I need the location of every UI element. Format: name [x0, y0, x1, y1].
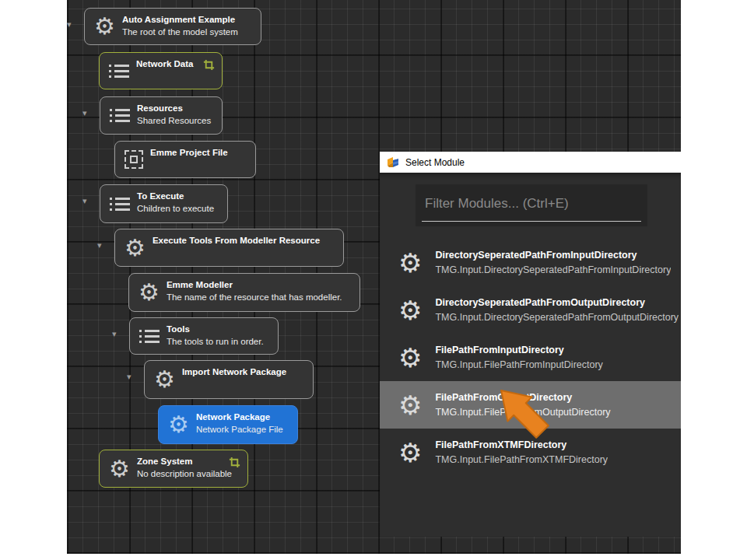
- node-network-data[interactable]: Network Data: [99, 52, 223, 89]
- module-namespace: TMG.Input.DirectorySeperatedPathFromInpu…: [435, 263, 671, 277]
- node-title: Network Package: [196, 411, 283, 423]
- list-icon: [139, 330, 160, 343]
- node-title: Tools: [167, 324, 264, 335]
- node-emme-project-file[interactable]: Emme Project File: [114, 141, 256, 178]
- dialog-body: ⚙DirectorySeperatedPathFromInputDirector…: [380, 173, 681, 537]
- node-to-execute[interactable]: To ExecuteChildren to execute: [100, 184, 228, 223]
- node-subtitle: The name of the resource that has modell…: [167, 291, 342, 304]
- gear-icon: ⚙: [398, 250, 422, 276]
- crop-icon: [228, 456, 241, 469]
- module-name: DirectorySeperatedPathFromInputDirectory: [435, 248, 671, 263]
- module-namespace: TMG.Input.DirectorySeperatedPathFromOutp…: [435, 310, 679, 324]
- gear-icon: ⚙: [398, 297, 422, 324]
- select-module-dialog: Select Module ⚙DirectorySeperatedPathFro…: [380, 152, 681, 537]
- gear-icon: ⚙: [124, 236, 146, 260]
- module-row-DirectorySeperatedPathFromInputDirectory[interactable]: ⚙DirectorySeperatedPathFromInputDirector…: [380, 239, 681, 286]
- expander-icon-import-network-package[interactable]: ▾: [127, 373, 132, 380]
- node-zone-system[interactable]: ⚙Zone SystemNo description available: [99, 450, 248, 488]
- app-logo-icon: [387, 156, 399, 169]
- dialog-titlebar[interactable]: Select Module: [380, 152, 681, 173]
- node-subtitle: Children to execute: [137, 202, 214, 215]
- expander-icon-to-execute[interactable]: ▾: [82, 197, 87, 205]
- expander-icon-tools[interactable]: ▾: [112, 330, 117, 338]
- slide-background: ▾⚙Auto Assignment ExampleThe root of the…: [0, 0, 747, 560]
- node-auto-assignment-example[interactable]: ⚙Auto Assignment ExampleThe root of the …: [84, 8, 261, 45]
- node-import-network-package[interactable]: ⚙Import Network Package: [144, 360, 314, 399]
- module-row-DirectorySeperatedPathFromOutputDirectory[interactable]: ⚙DirectorySeperatedPathFromOutputDirecto…: [380, 286, 681, 334]
- gear-icon: ⚙: [139, 281, 160, 304]
- node-network-package[interactable]: ⚙Network PackageNetwork Package File: [158, 405, 298, 444]
- node-subtitle: The root of the model system: [122, 26, 238, 39]
- gear-icon: ⚙: [398, 345, 422, 371]
- dialog-title: Select Module: [405, 157, 465, 168]
- module-row-FilePathFromInputDirectory[interactable]: ⚙FilePathFromInputDirectoryTMG.Input.Fil…: [380, 334, 681, 381]
- module-namespace: TMG.Input.FilePathFromInputDirectory: [435, 358, 602, 372]
- node-subtitle: The tools to run in order.: [167, 335, 264, 348]
- expander-icon-resources[interactable]: ▾: [82, 109, 87, 117]
- filter-box: [416, 184, 647, 226]
- module-namespace: TMG.Input.FilePathFromOutputDirectory: [435, 405, 610, 419]
- filter-input[interactable]: [423, 195, 637, 212]
- gear-icon: ⚙: [398, 392, 422, 418]
- node-subtitle: Network Package File: [196, 423, 283, 436]
- gear-icon: ⚙: [94, 15, 115, 38]
- node-title: Import Network Package: [182, 366, 286, 378]
- list-icon: [110, 198, 130, 211]
- node-title: To Execute: [137, 191, 214, 202]
- node-title: Zone System: [137, 456, 232, 467]
- expander-icon-auto-assignment-example[interactable]: ▾: [67, 20, 72, 28]
- module-name: DirectorySeperatedPathFromOutputDirector…: [435, 296, 679, 310]
- node-title: Network Data: [136, 58, 194, 70]
- frame-icon: [124, 150, 143, 169]
- list-icon: [109, 65, 129, 78]
- node-title: Auto Assignment Example: [122, 14, 238, 26]
- node-emme-modeller[interactable]: ⚙Emme ModellerThe name of the resource t…: [128, 273, 360, 312]
- list-icon: [110, 109, 130, 122]
- node-subtitle: No description available: [137, 467, 232, 481]
- node-execute-tools-from-modeller-resource[interactable]: ⚙Execute Tools From Modeller Resource: [114, 229, 344, 267]
- node-resources[interactable]: ResourcesShared Resources: [100, 96, 223, 135]
- expander-icon-execute-tools-from-modeller-resource[interactable]: ▾: [97, 241, 102, 249]
- node-title: Emme Project File: [150, 147, 228, 159]
- node-subtitle: Shared Resources: [137, 114, 211, 128]
- module-name: FilePathFromXTMFDirectory: [435, 438, 608, 453]
- module-namespace: TMG.Input.FilePathFromXTMFDirectory: [435, 453, 608, 467]
- gear-icon: ⚙: [398, 439, 422, 466]
- module-list: ⚙DirectorySeperatedPathFromInputDirector…: [380, 239, 681, 476]
- module-name: FilePathFromInputDirectory: [435, 343, 602, 358]
- module-row-FilePathFromOutputDirectory[interactable]: ⚙FilePathFromOutputDirectoryTMG.Input.Fi…: [380, 381, 681, 429]
- node-tools[interactable]: ToolsThe tools to run in order.: [129, 317, 279, 355]
- node-title: Resources: [137, 103, 211, 114]
- node-title: Execute Tools From Modeller Resource: [153, 235, 320, 247]
- gear-icon: ⚙: [154, 368, 175, 391]
- module-name: FilePathFromOutputDirectory: [435, 390, 610, 405]
- gear-icon: ⚙: [109, 457, 130, 481]
- crop-icon: [202, 58, 216, 72]
- gear-icon: ⚙: [168, 413, 189, 436]
- module-row-FilePathFromXTMFDirectory[interactable]: ⚙FilePathFromXTMFDirectoryTMG.Input.File…: [380, 429, 681, 476]
- node-title: Emme Modeller: [167, 279, 342, 291]
